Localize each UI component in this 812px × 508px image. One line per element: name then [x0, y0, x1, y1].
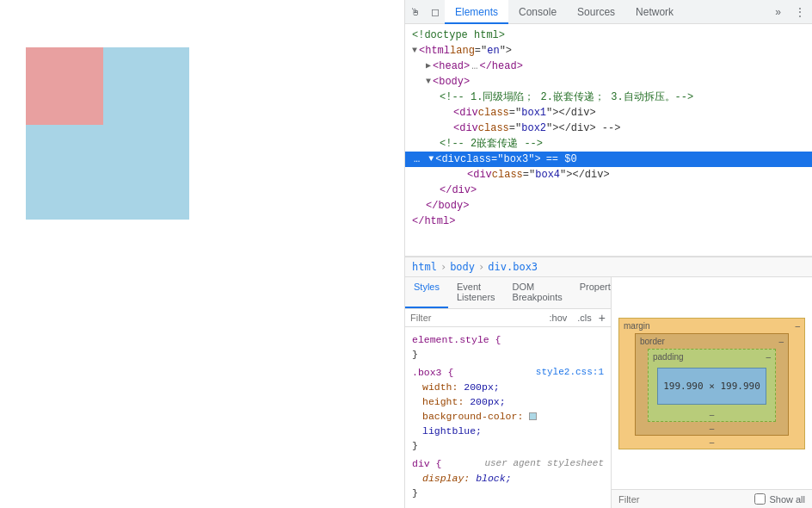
styles-left: Styles Event Listeners DOM Breakpoints P… [405, 277, 612, 508]
breadcrumb-body[interactable]: body [450, 261, 475, 273]
style-rule-box3: .box3 { style2.css:1 width: 200px; heigh… [405, 363, 611, 455]
dom-line-body-close[interactable]: </body> [405, 198, 812, 214]
dom-panel[interactable]: <!doctype html> ▼ <html lang =" en "> ▶ … [405, 24, 812, 257]
show-all-checkbox[interactable] [754, 493, 766, 505]
expand-box3-icon[interactable]: ▼ [428, 152, 434, 167]
more-tabs-icon[interactable]: » [768, 6, 788, 18]
styles-right: margin – border – pa [612, 277, 812, 508]
dom-line-html-close[interactable]: </html> [405, 214, 812, 229]
tab-network[interactable]: Network [625, 0, 684, 24]
bottom-filter-input[interactable] [618, 494, 754, 505]
style-rule-div: div { user agent stylesheet display: blo… [405, 455, 611, 502]
inspect-icon[interactable]: ◻ [426, 6, 445, 18]
preview-pane [0, 0, 404, 508]
styles-content: element.style { } .box3 { style2.css:1 w… [405, 327, 611, 508]
dom-line-box2[interactable]: <div class =" box2 "></div> --> [405, 121, 812, 136]
breadcrumb: html › body › div.box3 [405, 257, 812, 277]
tab-dom-breakpoints[interactable]: DOM Breakpoints [504, 277, 571, 308]
tab-properties[interactable]: Properties [571, 277, 612, 308]
padding-box: padding – 199.990 × 199.990 – [648, 349, 776, 422]
dom-line-comment2[interactable]: <!-- 2嵌套传递 --> [405, 136, 812, 152]
styles-panel: Styles Event Listeners DOM Breakpoints P… [405, 277, 812, 508]
filter-input[interactable] [410, 313, 546, 323]
tab-sources[interactable]: Sources [567, 0, 625, 24]
filter-hov-button[interactable]: :hov [546, 311, 571, 325]
expand-html-icon[interactable]: ▼ [412, 43, 417, 59]
expand-body-icon[interactable]: ▼ [426, 74, 431, 90]
devtools-menu-icon[interactable]: ⋮ [788, 6, 812, 18]
dom-line-body[interactable]: ▼ <body> [405, 74, 812, 90]
dom-line-box4[interactable]: <div class =" box4 "></div> [405, 167, 812, 183]
color-swatch-lightblue [529, 412, 537, 420]
box-model: margin – border – pa [618, 318, 805, 449]
box-model-container: margin – border – pa [612, 277, 812, 489]
tab-event-listeners[interactable]: Event Listeners [448, 277, 504, 308]
margin-box: margin – border – pa [618, 318, 805, 449]
style-rule-element: element.style { } [405, 331, 611, 363]
breadcrumb-active[interactable]: div.box3 [488, 261, 538, 273]
filter-cls-button[interactable]: .cls [574, 311, 595, 325]
filter-bar-bottom: Show all [612, 489, 812, 508]
dom-line-box3[interactable]: … ▼ <div class =" box3 "> == $0 [405, 152, 812, 167]
devtools-tab-bar: 🖱 ◻ Elements Console Sources Network » ⋮ [405, 0, 812, 24]
content-box: 199.990 × 199.990 [657, 368, 766, 405]
border-box: border – padding – [635, 333, 789, 436]
expand-head-icon[interactable]: ▶ [426, 59, 431, 74]
dom-line-doctype[interactable]: <!doctype html> [405, 28, 812, 43]
tab-styles[interactable]: Styles [405, 277, 448, 308]
dom-line-box1[interactable]: <div class =" box1 "></div> [405, 105, 812, 121]
tab-elements[interactable]: Elements [445, 0, 508, 24]
box1-preview [26, 47, 103, 125]
show-all-label: Show all [754, 493, 805, 505]
dom-line-div-close[interactable]: </div> [405, 183, 812, 198]
dom-line-html[interactable]: ▼ <html lang =" en "> [405, 43, 812, 59]
breadcrumb-html[interactable]: html [412, 261, 437, 273]
filter-bar: :hov .cls + [405, 309, 611, 327]
tab-console[interactable]: Console [508, 0, 567, 24]
filter-add-button[interactable]: + [599, 311, 606, 325]
dom-line-comment1[interactable]: <!-- 1.同级塌陷； 2.嵌套传递； 3.自动拆压。--> [405, 90, 812, 105]
cursor-icon[interactable]: 🖱 [405, 6, 426, 18]
styles-tabs: Styles Event Listeners DOM Breakpoints P… [405, 277, 611, 309]
dom-line-head[interactable]: ▶ <head> … </head> [405, 59, 812, 74]
devtools-pane: 🖱 ◻ Elements Console Sources Network » ⋮… [404, 0, 812, 508]
inherited-from: Inherited from html [405, 502, 611, 508]
